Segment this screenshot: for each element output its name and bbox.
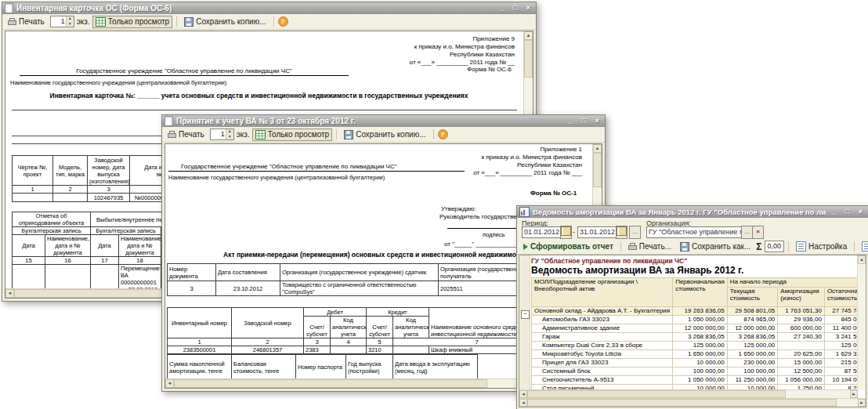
close-button[interactable]: × — [592, 116, 602, 126]
organization-clear-icon[interactable]: × — [752, 226, 764, 239]
close-button[interactable]: × — [855, 207, 866, 217]
close-button[interactable]: × — [523, 3, 533, 13]
period-more-button[interactable]: ... — [629, 226, 641, 239]
collapse-group-icon[interactable]: − — [521, 310, 530, 319]
copies-stepper[interactable]: 1▲▼ — [210, 128, 234, 140]
report-row[interactable]: Гараж3 268 836,053 268 836,0527 240,303 … — [532, 333, 859, 342]
titlebar[interactable]: Принятие к учету ВА № 3 от 23 октября 20… — [162, 115, 605, 127]
toolbar-separator — [854, 241, 855, 252]
report-col-object[interactable]: МОЛ/Подразделение организации \ Внеоборо… — [532, 278, 673, 307]
report-horizontal-scrollbar[interactable]: ◄► — [519, 389, 858, 398]
sum-field[interactable]: 0,00 — [765, 241, 785, 252]
report-cell-depreciation: 27 240,30 — [778, 333, 825, 342]
report-table: МОЛ/Подразделение организации \ Внеоборо… — [531, 277, 858, 390]
date-from-field[interactable]: 01.01.2012 — [522, 226, 562, 238]
report-cell-initial: 1 050 000,00 — [673, 316, 728, 324]
col-header: Дебет — [304, 308, 367, 317]
report-col-current[interactable]: Текущая стоимость — [727, 288, 778, 307]
save-copy-button[interactable]: Сохранить копию... — [341, 128, 429, 141]
scroll-left-icon[interactable]: ◄ — [519, 390, 527, 398]
view-only-toggle[interactable]: Только просмотр — [252, 128, 332, 141]
form-number: Форма № ОС-1 — [530, 190, 577, 197]
print-button[interactable]: Печать — [5, 16, 48, 27]
report-row[interactable]: Системный блок100 000,00100 000,0012 500… — [532, 367, 859, 376]
report-rows: Основной склад - Айдарова А.Т. - Бухгалт… — [532, 307, 859, 391]
window-horizontal-scrollbar[interactable]: ◄► — [519, 398, 866, 407]
settings-button[interactable]: Настройка — [793, 240, 850, 253]
minimize-button[interactable]: _ — [566, 116, 576, 126]
save-as-button[interactable]: Сохранить как... — [677, 241, 754, 253]
spin-down-icon[interactable]: ▼ — [67, 22, 74, 27]
cell — [13, 194, 53, 202]
col-header: Организация (государственное учреждение)… — [280, 264, 439, 281]
settings-icon — [796, 241, 806, 252]
date-to-field[interactable]: 31.01.2012 — [577, 226, 618, 238]
scrollbar-thumb[interactable] — [174, 379, 487, 388]
save-copy-button[interactable]: Сохранить копию... — [181, 16, 269, 28]
report-row[interactable]: Микроавтобус Toyota Liticia1 650 000,001… — [532, 350, 859, 359]
window-title: Инвентарная карточка ОС (Форма ОС-6) — [16, 4, 494, 13]
report-row[interactable]: Прицеп для ГАЗ 3302310 000,00230 000,001… — [532, 359, 859, 367]
minimize-button[interactable]: _ — [497, 3, 507, 13]
report-cell-depreciation: 20 625,00 — [778, 350, 825, 359]
col-header: Инвентарный номер — [168, 308, 232, 338]
history-button[interactable]: История▾ — [859, 240, 868, 253]
approve-label: Утверждаю: — [441, 205, 476, 212]
print-button[interactable]: Печать — [165, 128, 208, 140]
scrollbar-thumb[interactable] — [524, 40, 533, 78]
report-group-row[interactable]: Основной склад - Айдарова А.Т. - Бухгалт… — [532, 307, 859, 316]
scrollbar-thumb[interactable] — [527, 399, 837, 407]
cell: Перемещение ВА 00000000001 от 27.02.2012 — [119, 265, 161, 290]
col-header: Код аналитического учета — [331, 317, 367, 338]
scroll-up-icon[interactable]: ▲ — [524, 31, 533, 40]
report-cell-residual: 125 000,00 — [824, 342, 858, 350]
sigma-icon[interactable]: Σ — [756, 241, 761, 252]
scroll-right-icon[interactable]: ► — [850, 390, 858, 398]
report-cell-current: 230 000,00 — [727, 359, 778, 367]
report-vertical-scrollbar[interactable]: ▲ — [857, 255, 866, 390]
scroll-up-icon[interactable]: ▲ — [593, 144, 602, 153]
scroll-right-icon[interactable]: ► — [858, 399, 866, 407]
maximize-button[interactable]: □ — [579, 116, 589, 126]
report-col-residual[interactable]: Остаточная стоимость — [824, 288, 858, 307]
view-only-toggle[interactable]: Только просмотр — [92, 16, 172, 28]
toolbar-separator — [620, 241, 621, 252]
report-col-depreciation[interactable]: Амортизация (износ) — [778, 288, 825, 307]
report-row[interactable]: Автомобиль ГАЗ 330231 050 000,00874 965,… — [532, 316, 859, 324]
titlebar[interactable]: Инвентарная карточка ОС (Форма ОС-6) _ □… — [2, 2, 536, 14]
spin-down-icon[interactable]: ▼ — [226, 135, 233, 140]
report-row[interactable]: Компьютер Dual Core 2,33 в сборе125 000,… — [532, 342, 859, 350]
report-row[interactable]: Административное здание12 000 000,0012 0… — [532, 324, 859, 333]
scrollbar-thumb[interactable] — [593, 153, 602, 187]
window-depreciation-report: Ведомость амортизации ВА за Январь 2012 … — [516, 205, 868, 409]
date-to-picker-icon[interactable] — [616, 226, 627, 239]
report-col-period-group[interactable]: На начало периода — [727, 278, 858, 288]
toolbar: Печать 1▲▼ экз. Только просмотр Сохранит… — [162, 127, 605, 143]
col-header: Код аналитического учета — [393, 317, 429, 338]
cell — [45, 265, 91, 290]
scrollbar-thumb[interactable] — [527, 390, 786, 398]
report-cell-initial: 3 268 836,05 — [673, 333, 728, 342]
report-col-initial[interactable]: Первоначальная стоимость — [673, 278, 728, 307]
scroll-left-icon[interactable]: ◄ — [165, 379, 174, 388]
scroll-left-icon[interactable]: ◄ — [519, 399, 527, 407]
organization-field[interactable]: ГУ "Областное управление по ликв — [646, 226, 743, 238]
scroll-up-icon[interactable]: ▲ — [858, 255, 866, 264]
report-cell-initial: 10 000,00 — [673, 359, 728, 367]
minimize-button[interactable]: _ — [829, 207, 839, 217]
group-header: Отметка об оприходовании объекта — [13, 212, 91, 227]
col-header: Счет/субсчет — [367, 317, 393, 338]
help-icon[interactable]: ? — [278, 16, 288, 27]
help-icon[interactable]: ? — [438, 129, 448, 139]
col-header: Дата составления — [216, 264, 280, 281]
scroll-left-icon[interactable]: ◄ — [5, 289, 14, 298]
report-row[interactable]: Снегоочиститель А-95131 050 000,0011 250… — [532, 376, 859, 385]
titlebar[interactable]: Ведомость амортизации ВА за Январь 2012 … — [517, 206, 868, 218]
maximize-button[interactable]: □ — [842, 207, 852, 217]
print-button[interactable]: Печать... — [625, 241, 675, 252]
copies-stepper[interactable]: 1▲▼ — [50, 16, 74, 27]
organization-more-button[interactable]: ... — [741, 226, 753, 239]
date-from-picker-icon[interactable] — [560, 226, 572, 239]
generate-report-button[interactable]: Сформировать отчет — [520, 241, 617, 252]
maximize-button[interactable]: □ — [510, 3, 520, 13]
